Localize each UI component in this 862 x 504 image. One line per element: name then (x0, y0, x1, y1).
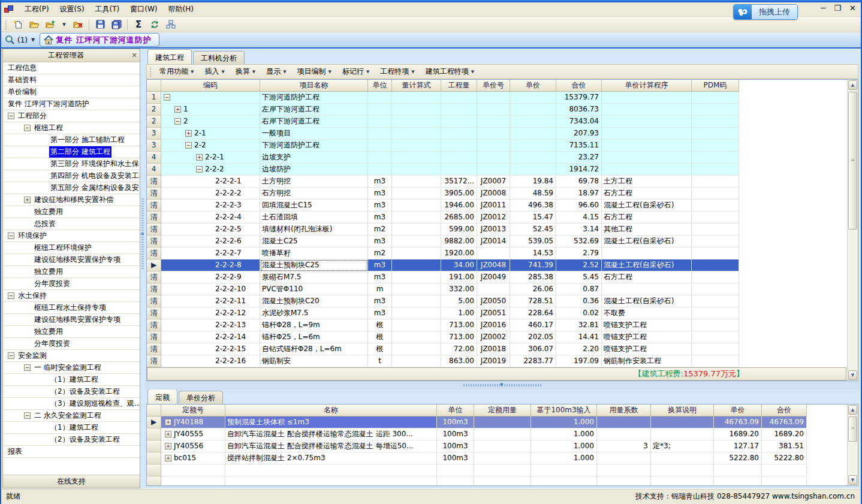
unit-price-cell[interactable]: 46763.09 (714, 417, 762, 428)
formula-cell[interactable] (392, 152, 441, 164)
pdm-cell[interactable] (692, 319, 739, 331)
code-cell[interactable]: 2-2-2-16 (161, 355, 260, 367)
name-cell[interactable]: 边坡防护 (260, 164, 368, 176)
code-cell[interactable]: 2-2-2-13 (161, 319, 260, 331)
conversion-note-cell[interactable] (651, 428, 714, 440)
open-folder-icon[interactable] (27, 18, 41, 31)
tree-item[interactable]: 独立费用 (3, 326, 140, 338)
quantity-cell[interactable]: 9882.00 (441, 236, 477, 248)
table-row[interactable]: 清2-2-2-1土方明挖m335172...JZ000719.8469.78土方… (147, 176, 739, 188)
unit-price-cell[interactable]: 52.45 (510, 224, 556, 236)
table-row[interactable]: 清2-2-2-14锚杆Φ25，L=6m根713.00JZ0002202.0514… (147, 331, 739, 343)
total-price-cell[interactable]: 4.15 (556, 212, 602, 224)
collapse-icon[interactable]: − (196, 166, 203, 173)
quantity-cell[interactable]: 599.00 (441, 224, 477, 236)
unit-price-cell[interactable] (510, 152, 556, 164)
quota-qty-cell[interactable] (474, 417, 531, 428)
grid-menu-4[interactable]: 项目编制▼ (291, 65, 336, 79)
formula-cell[interactable] (392, 92, 441, 104)
name-cell[interactable]: 边坡支护 (260, 152, 368, 164)
unit-price-cell[interactable] (510, 104, 556, 116)
tab-quota-1[interactable]: 单价分析 (179, 391, 223, 404)
row-header-cell[interactable]: 4 (147, 164, 161, 176)
document-tab[interactable]: 复件 江坪河下游河道防护 (40, 33, 159, 47)
table-row[interactable]: ▶2-2-2-8混凝土预制块C25m334.00JZ0048741.392.52… (147, 259, 739, 271)
table-row[interactable] (147, 464, 807, 476)
name-cell[interactable]: 左岸下游河道工程 (260, 104, 368, 116)
expand-icon[interactable]: + (165, 419, 171, 425)
conversion-note-cell[interactable] (651, 452, 714, 464)
row-header-cell[interactable]: 清 (147, 331, 161, 343)
formula-cell[interactable] (392, 295, 441, 307)
price-program-cell[interactable] (602, 152, 692, 164)
name-cell[interactable]: 下游河道防护工程 (260, 92, 368, 104)
row-header-cell[interactable]: 清 (147, 307, 161, 319)
total-price-cell[interactable]: 532.69 (556, 236, 602, 248)
tree-item[interactable]: 报表 (3, 446, 140, 458)
quantity-cell[interactable]: 1946.00 (441, 200, 477, 212)
price-no-cell[interactable] (477, 116, 510, 128)
minimize-icon[interactable]: ─ (821, 4, 826, 13)
price-no-cell[interactable] (477, 128, 510, 140)
price-no-cell[interactable]: JZ0050 (477, 295, 510, 307)
pdm-cell[interactable] (692, 259, 739, 271)
quantity-cell[interactable]: 332.00 (441, 283, 477, 295)
pdm-cell[interactable] (692, 116, 739, 128)
row-header-cell[interactable] (147, 452, 161, 464)
formula-cell[interactable] (392, 164, 441, 176)
column-header[interactable]: 单价计算程序 (602, 80, 692, 92)
tree-item[interactable]: 枢纽工程环境保护 (3, 242, 140, 254)
quantity-cell[interactable]: 72.00 (441, 343, 477, 355)
expand-icon[interactable]: + (174, 106, 181, 113)
price-program-cell[interactable] (602, 92, 692, 104)
quantity-cell[interactable]: 5.00 (441, 295, 477, 307)
unit-cell[interactable] (437, 464, 474, 476)
unit-price-cell[interactable]: 539.05 (510, 236, 556, 248)
current-row-marker[interactable]: ▶ (147, 417, 161, 428)
price-program-cell[interactable] (602, 283, 692, 295)
column-header[interactable]: 量计算式 (392, 80, 441, 92)
table-row[interactable]: 清2-2-2-10PVC管Φ110m332.0026.060.87 (147, 283, 739, 295)
sidebar-item[interactable]: 复件 江坪河下游河道防护 (3, 98, 140, 110)
sidebar-item[interactable]: 基础资料 (3, 74, 140, 86)
unit-cell[interactable]: m2 (368, 224, 392, 236)
formula-cell[interactable] (392, 319, 441, 331)
row-header-cell[interactable]: 清 (147, 176, 161, 188)
row-header-cell[interactable]: 3 (147, 140, 161, 152)
row-header-cell[interactable]: 清 (147, 248, 161, 259)
online-support-button[interactable]: 在线支持 (3, 475, 140, 488)
tree-item[interactable]: 分年度投资 (3, 338, 140, 350)
quota-code-cell[interactable] (161, 464, 225, 476)
code-cell[interactable]: 2-2-2-6 (161, 236, 260, 248)
usage-coeff-cell[interactable]: 3 (597, 440, 651, 452)
collapse-icon[interactable]: − (8, 113, 14, 119)
quota-qty-cell[interactable] (474, 476, 531, 486)
quota-code-cell[interactable]: +JY40555 (161, 428, 225, 440)
sidebar-item[interactable]: 单价编制 (3, 86, 140, 98)
price-no-cell[interactable]: JZ0049 (477, 271, 510, 283)
name-cell[interactable]: 填缝材料(闭孔泡沫板) (260, 224, 368, 236)
name-cell[interactable]: 混凝土C25 (260, 236, 368, 248)
search-icon[interactable] (5, 35, 15, 45)
code-cell[interactable]: 2-2-2-3 (161, 200, 260, 212)
pdm-cell[interactable] (692, 128, 739, 140)
row-header-cell[interactable]: 清 (147, 212, 161, 224)
total-price-cell[interactable]: 32.81 (556, 319, 602, 331)
unit-cell[interactable]: m3 (368, 188, 392, 200)
menu-item-3[interactable]: 窗口(W) (125, 3, 162, 15)
table-row[interactable]: +bc015搅拌站拌制混凝土 2×0.75m3100m31.0005222.80… (147, 452, 807, 464)
row-header-cell[interactable]: 2 (147, 104, 161, 116)
unit-price-cell[interactable]: 5222.80 (714, 452, 762, 464)
price-no-cell[interactable]: JZ0013 (477, 224, 510, 236)
price-program-cell[interactable] (602, 116, 692, 128)
code-cell[interactable]: −2 (161, 116, 260, 128)
unit-cell[interactable] (368, 152, 392, 164)
unit-cell[interactable]: m3 (368, 271, 392, 283)
column-header[interactable]: 单价号 (477, 80, 510, 92)
tree-item[interactable]: （1）建筑工程 (3, 374, 140, 386)
price-program-cell[interactable]: 石方工程 (602, 212, 692, 224)
collapse-icon[interactable]: − (24, 364, 31, 371)
menu-item-1[interactable]: 设置(S) (55, 3, 90, 15)
code-cell[interactable]: 2-2-2-9 (161, 271, 260, 283)
name-cell[interactable] (225, 476, 437, 486)
